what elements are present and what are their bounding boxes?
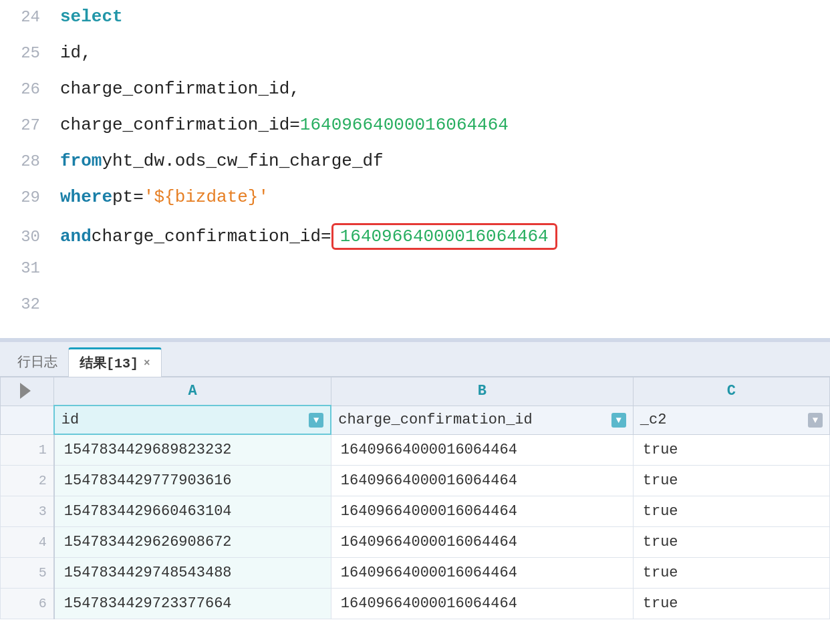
- line-content: select: [60, 7, 830, 27]
- line-number: 29: [0, 188, 60, 206]
- token: charge_confirmation_id=: [92, 226, 331, 247]
- tab-result[interactable]: 结果[13] ×: [68, 347, 162, 377]
- token: id,: [60, 43, 92, 63]
- code-line: 26charge_confirmation_id,: [0, 79, 830, 115]
- tab-log[interactable]: 行日志: [7, 347, 68, 376]
- cell-id[interactable]: 1547834429626908672: [54, 527, 331, 558]
- cell-id[interactable]: 1547834429777903616: [54, 466, 331, 496]
- cell-c2[interactable]: true: [633, 527, 829, 558]
- code-line: 31: [0, 259, 830, 295]
- tabs-bar: 行日志 结果[13] ×: [0, 342, 830, 377]
- col-dropdown-icon[interactable]: ▼: [309, 413, 323, 428]
- col-header-charge_confirmation_id[interactable]: charge_confirmation_id▼: [331, 406, 633, 434]
- column-letters-row: ABC: [1, 377, 830, 406]
- select-all-icon[interactable]: [20, 383, 31, 399]
- line-number: 27: [0, 116, 60, 134]
- cell-id[interactable]: 1547834429660463104: [54, 496, 331, 527]
- row-number: 2: [1, 466, 54, 496]
- table-row: 1154783442968982323216409664000016064464…: [1, 434, 830, 466]
- token: select: [60, 7, 123, 27]
- row-number: 5: [1, 558, 54, 589]
- code-line: 25id,: [0, 43, 830, 79]
- line-number: 30: [0, 228, 60, 246]
- col-letter-A[interactable]: A: [54, 377, 331, 406]
- cell-c2[interactable]: true: [633, 466, 829, 496]
- cell-id[interactable]: 1547834429748543488: [54, 558, 331, 589]
- code-line: 29where pt='${bizdate}': [0, 187, 830, 223]
- cell-charge-confirmation-id[interactable]: 16409664000016064464: [331, 496, 633, 527]
- code-line: 24select: [0, 7, 830, 43]
- token: yht_dw.ods_cw_fin_charge_df: [102, 151, 383, 171]
- column-names-row: id▼charge_confirmation_id▼_c2▼: [1, 406, 830, 434]
- results-grid: ABC id▼charge_confirmation_id▼_c2▼ 11547…: [0, 377, 830, 619]
- table-row: 4154783442962690867216409664000016064464…: [1, 527, 830, 558]
- highlighted-value: 16409664000016064464: [331, 223, 557, 250]
- cell-charge-confirmation-id[interactable]: 16409664000016064464: [331, 558, 633, 589]
- table-row: 2154783442977790361616409664000016064464…: [1, 466, 830, 496]
- line-content: charge_confirmation_id,: [60, 79, 830, 99]
- line-number: 31: [0, 259, 60, 277]
- token: charge_confirmation_id,: [60, 79, 300, 99]
- cell-c2[interactable]: true: [633, 496, 829, 527]
- line-content: charge_confirmation_id=16409664000016064…: [60, 115, 830, 135]
- line-number: 24: [0, 8, 60, 26]
- code-line: 28from yht_dw.ods_cw_fin_charge_df: [0, 151, 830, 187]
- line-content: where pt='${bizdate}': [60, 187, 830, 207]
- token: and: [60, 226, 92, 247]
- row-number: 3: [1, 496, 54, 527]
- col-name-label: id: [61, 412, 79, 428]
- table-row: 6154783442972337766416409664000016064464…: [1, 589, 830, 619]
- line-content: id,: [60, 43, 830, 63]
- col-letter-C[interactable]: C: [633, 377, 829, 406]
- cell-charge-confirmation-id[interactable]: 16409664000016064464: [331, 527, 633, 558]
- col-dropdown-icon[interactable]: ▼: [611, 413, 626, 428]
- token: pt=: [112, 187, 144, 207]
- line-number: 26: [0, 80, 60, 98]
- line-content: from yht_dw.ods_cw_fin_charge_df: [60, 151, 830, 171]
- col-letter-B[interactable]: B: [331, 377, 633, 406]
- code-lines: 24select25id,26charge_confirmation_id,27…: [0, 0, 830, 338]
- col-header-id[interactable]: id▼: [54, 406, 331, 434]
- tab-close-icon[interactable]: ×: [144, 357, 150, 369]
- code-editor: 24select25id,26charge_confirmation_id,27…: [0, 0, 830, 342]
- cell-id[interactable]: 1547834429689823232: [54, 434, 331, 466]
- cell-id[interactable]: 1547834429723377664: [54, 589, 331, 619]
- cell-charge-confirmation-id[interactable]: 16409664000016064464: [331, 589, 633, 619]
- cell-c2[interactable]: true: [633, 434, 829, 466]
- line-content: and charge_confirmation_id=1640966400001…: [60, 223, 830, 250]
- row-num-header: [1, 406, 54, 434]
- corner-cell: [1, 377, 54, 406]
- col-name-label: _c2: [640, 412, 667, 428]
- token: charge_confirmation_id=: [60, 115, 300, 135]
- col-name-label: charge_confirmation_id: [338, 412, 532, 428]
- table-row: 5154783442974854348816409664000016064464…: [1, 558, 830, 589]
- token: '${bizdate}': [144, 187, 269, 207]
- code-line: 30and charge_confirmation_id=16409664000…: [0, 223, 830, 259]
- line-number: 32: [0, 295, 60, 313]
- token: where: [60, 187, 112, 207]
- grid-body: 1154783442968982323216409664000016064464…: [1, 434, 830, 619]
- col-dropdown-icon[interactable]: ▼: [808, 413, 823, 428]
- row-number: 1: [1, 434, 54, 466]
- tab-result-label: 结果[13]: [80, 354, 138, 372]
- data-table: ABC id▼charge_confirmation_id▼_c2▼ 11547…: [0, 377, 830, 619]
- token: 16409664000016064464: [300, 115, 509, 135]
- line-number: 28: [0, 152, 60, 170]
- row-number: 4: [1, 527, 54, 558]
- line-number: 25: [0, 44, 60, 62]
- code-line: 32: [0, 295, 830, 331]
- token: from: [60, 151, 102, 171]
- cell-charge-confirmation-id[interactable]: 16409664000016064464: [331, 466, 633, 496]
- cell-c2[interactable]: true: [633, 558, 829, 589]
- col-header-_c2[interactable]: _c2▼: [633, 406, 829, 434]
- cell-c2[interactable]: true: [633, 589, 829, 619]
- table-row: 3154783442966046310416409664000016064464…: [1, 496, 830, 527]
- row-number: 6: [1, 589, 54, 619]
- code-line: 27charge_confirmation_id=164096640000160…: [0, 115, 830, 151]
- cell-charge-confirmation-id[interactable]: 16409664000016064464: [331, 434, 633, 466]
